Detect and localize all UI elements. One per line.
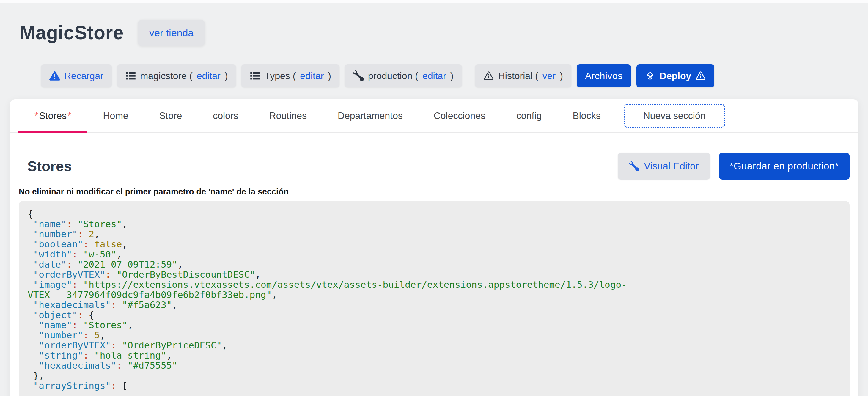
toolbar-button-archivos[interactable]: Archivos bbox=[577, 64, 631, 87]
tab-label: Store bbox=[159, 110, 182, 121]
tab-stores[interactable]: *Stores* bbox=[18, 99, 87, 132]
toolbar-button-label: ver bbox=[542, 70, 556, 82]
wrench-icon bbox=[629, 161, 639, 171]
toolbar-button-label: Deploy bbox=[660, 70, 691, 82]
code-lines: { "name": "Stores", "number": 2, "boolea… bbox=[28, 209, 841, 391]
alert-info-triangle-icon bbox=[483, 70, 494, 81]
tab-label: Colecciones bbox=[434, 110, 486, 121]
tab-label: Home bbox=[103, 110, 128, 121]
section-title: Stores bbox=[27, 158, 72, 175]
new-section-button[interactable]: Nueva sección bbox=[624, 104, 725, 127]
tab-routines[interactable]: Routines bbox=[254, 99, 322, 132]
tab-label: Departamentos bbox=[338, 110, 403, 121]
code-line: "date": "2021-07-09T12:59", bbox=[28, 259, 841, 269]
toolbar-button-magicstore-editar[interactable]: magicstore (editar) bbox=[117, 64, 236, 87]
visual-editor-button[interactable]: Visual Editor bbox=[618, 153, 710, 180]
wrench-icon bbox=[353, 70, 364, 81]
toolbar-button-label: ) bbox=[225, 70, 228, 82]
toolbar-button-label: Historial ( bbox=[498, 70, 538, 82]
tab-store[interactable]: Store bbox=[144, 99, 197, 132]
toolbar-button-label: ) bbox=[560, 70, 563, 82]
code-line: { bbox=[28, 209, 841, 219]
visual-editor-label: Visual Editor bbox=[644, 160, 699, 172]
warning-triangle-icon bbox=[49, 70, 60, 81]
toolbar-button-recargar[interactable]: Recargar bbox=[41, 64, 112, 87]
list-icon bbox=[250, 70, 260, 81]
code-line: VTEX___3477964f09dc9fa4b09fe6b2f0bf33eb.… bbox=[28, 290, 841, 300]
toolbar-button-production-editar[interactable]: production (editar) bbox=[345, 64, 462, 87]
toolbar-button-historial-ver[interactable]: Historial (ver) bbox=[475, 64, 571, 87]
tab-departamentos[interactable]: Departamentos bbox=[322, 99, 418, 132]
toolbar-button-label: ) bbox=[451, 70, 454, 82]
warning-note: No eliminar ni modificar el primer param… bbox=[19, 187, 849, 197]
tab-label: colors bbox=[213, 110, 238, 121]
unsaved-asterisk: * bbox=[34, 110, 39, 121]
code-line: "hexadecimals": "#d75555" bbox=[28, 360, 841, 370]
tab-config[interactable]: config bbox=[501, 99, 557, 132]
save-production-button[interactable]: *Guardar en production* bbox=[719, 153, 849, 180]
toolbar-button-label: Recargar bbox=[64, 70, 103, 82]
toolbar-button-label: editar bbox=[423, 70, 446, 82]
code-line: "hexadecimals": "#f5a623", bbox=[28, 300, 841, 310]
tab-colecciones[interactable]: Colecciones bbox=[418, 99, 501, 132]
upload-icon bbox=[645, 70, 655, 81]
toolbar-button-deploy[interactable]: Deploy bbox=[637, 64, 715, 87]
tabs-bar: *Stores*HomeStorecolorsRoutinesDepartame… bbox=[10, 99, 859, 132]
code-line: "number": 2, bbox=[28, 229, 841, 239]
code-line: "orderByVTEX": "OrderByBestDiscountDESC"… bbox=[28, 269, 841, 279]
tab-home[interactable]: Home bbox=[87, 99, 144, 132]
view-store-button[interactable]: ver tienda bbox=[138, 20, 205, 46]
code-line: "number": 5, bbox=[28, 330, 841, 340]
toolbar-button-types-editar[interactable]: Types (editar) bbox=[241, 64, 339, 87]
code-line: "image": "https://extensions.vtexassets.… bbox=[28, 279, 841, 290]
section-content: Stores Visual Editor *Guardar en product… bbox=[10, 153, 859, 396]
json-code-editor[interactable]: { "name": "Stores", "number": 2, "boolea… bbox=[19, 201, 849, 396]
app-title: MagicStore bbox=[20, 22, 124, 44]
top-strip bbox=[0, 0, 868, 3]
code-line: "arrayStrings": [ bbox=[28, 380, 841, 391]
toolbar-button-label: production ( bbox=[368, 70, 418, 82]
toolbar-button-label: ) bbox=[328, 70, 331, 82]
code-line: "width": "w-50", bbox=[28, 249, 841, 259]
code-line: }, bbox=[28, 370, 841, 380]
content-card: *Stores*HomeStorecolorsRoutinesDepartame… bbox=[10, 99, 859, 396]
tab-label: Blocks bbox=[572, 110, 600, 121]
code-line: "name": "Stores", bbox=[28, 219, 841, 229]
code-line: "object": { bbox=[28, 310, 841, 320]
toolbar-button-label: Archivos bbox=[585, 70, 623, 82]
toolbar: Recargarmagicstore (editar)Types (editar… bbox=[41, 64, 868, 87]
code-line: "string": "hola string", bbox=[28, 350, 841, 360]
toolbar-button-label: editar bbox=[300, 70, 324, 82]
list-icon bbox=[125, 70, 136, 81]
alert-info-triangle-icon bbox=[695, 70, 706, 81]
code-line: "orderByVTEX": "OrderByPriceDESC", bbox=[28, 340, 841, 350]
header: MagicStore ver tienda Recargarmagicstore… bbox=[0, 3, 868, 87]
code-line: "boolean": false, bbox=[28, 239, 841, 249]
tab-label: Stores bbox=[39, 110, 66, 121]
tab-label: Routines bbox=[269, 110, 307, 121]
tab-colors[interactable]: colors bbox=[197, 99, 254, 132]
toolbar-button-label: editar bbox=[197, 70, 221, 82]
unsaved-asterisk: * bbox=[67, 110, 72, 121]
toolbar-button-label: Types ( bbox=[265, 70, 296, 82]
tab-blocks[interactable]: Blocks bbox=[557, 99, 616, 132]
toolbar-button-label: magicstore ( bbox=[140, 70, 193, 82]
code-line: "name": "Stores", bbox=[28, 320, 841, 330]
tab-label: config bbox=[516, 110, 541, 121]
